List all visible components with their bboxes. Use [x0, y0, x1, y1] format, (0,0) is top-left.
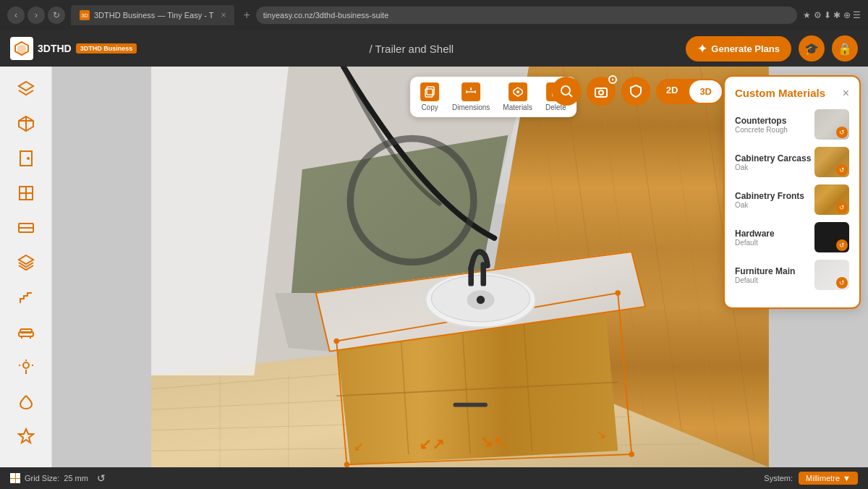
material-info-carcass: Cabinetry Carcass Oak	[735, 153, 814, 171]
svg-point-53	[629, 451, 634, 457]
camera-btn[interactable]	[587, 77, 616, 106]
generate-plans-label: Generate Plans	[711, 43, 780, 54]
svg-point-78	[561, 86, 570, 95]
help-button[interactable]: 🎓	[799, 35, 825, 61]
sidebar-btn-bookmark[interactable]	[11, 421, 41, 451]
header: 3DTHD 3DTHD Business / Trailer and Shell…	[0, 30, 868, 67]
carcass-name: Cabinetry Carcass	[735, 153, 814, 163]
sidebar-btn-cube[interactable]	[11, 109, 41, 139]
main-area: ↙↗ ↘↖ ↙ ↘	[0, 67, 868, 467]
hardware-swatch-container: ↺	[814, 222, 849, 252]
material-carcass[interactable]: Cabinetry Carcass Oak ↺	[735, 147, 849, 177]
sidebar-btn-door[interactable]	[11, 143, 41, 174]
sidebar-btn-layers2[interactable]	[11, 247, 41, 278]
svg-text:↙↗: ↙↗	[419, 435, 445, 452]
forward-btn[interactable]: ›	[27, 7, 45, 24]
header-right: ✦ Generate Plans 🎓 🔒	[686, 35, 858, 61]
logo-icon	[10, 37, 33, 60]
material-fronts[interactable]: Cabinetry Fronts Oak ↺	[735, 184, 849, 215]
sidebar-btn-sofa[interactable]	[11, 317, 41, 347]
dimensions-label: Dimensions	[452, 103, 490, 111]
countertops-swatch-container: ↺	[814, 109, 849, 140]
toolbar-materials[interactable]: Materials	[503, 82, 532, 111]
svg-point-54	[344, 462, 350, 467]
material-furniture[interactable]: Furniture Main Default ↺	[735, 260, 849, 290]
fronts-sub: Oak	[735, 201, 814, 209]
panel-title: Custom Materials	[735, 87, 825, 99]
right-icons: 2D 3D	[552, 77, 723, 106]
grid-size-input[interactable]	[64, 474, 93, 482]
svg-rect-45	[454, 403, 488, 407]
custom-materials-panel: Custom Materials × Countertops Concrete …	[723, 75, 861, 309]
browser-chrome: ‹ › ↻ 3D 3DTHD Business — Tiny Easy - T …	[0, 0, 868, 30]
countertops-reset-btn[interactable]: ↺	[836, 127, 848, 138]
save-button[interactable]: 🔒	[832, 35, 858, 61]
svg-marker-13	[19, 255, 33, 264]
material-hardware[interactable]: Hardware Default ↺	[735, 222, 849, 252]
svg-point-74	[516, 90, 519, 93]
app-container: 3DTHD 3DTHD Business / Trailer and Shell…	[0, 30, 868, 489]
sidebar-btn-window[interactable]	[11, 178, 41, 208]
furniture-reset-btn[interactable]: ↺	[836, 277, 848, 289]
furniture-sub: Default	[735, 276, 814, 284]
hardware-reset-btn[interactable]: ↺	[836, 239, 848, 251]
svg-rect-80	[595, 88, 607, 97]
view-2d-btn[interactable]: 2D	[656, 79, 689, 104]
grid-icon	[10, 473, 20, 483]
star-icon: ✦	[697, 42, 707, 56]
countertops-name: Countertops	[735, 116, 814, 126]
tab-title: 3DTHD Business — Tiny Easy - T	[94, 11, 213, 20]
browser-icons: ★ ⚙ ⬇ ✱ ⊕ ☰	[803, 10, 861, 20]
svg-point-51	[333, 339, 339, 344]
hardware-name: Hardware	[735, 229, 814, 239]
material-info-hardware: Hardware Default	[735, 229, 814, 247]
svg-text:↘↖: ↘↖	[480, 433, 506, 450]
view-3d-btn[interactable]: 3D	[689, 80, 722, 103]
copy-icon	[420, 82, 439, 101]
furniture-name: Furniture Main	[735, 266, 814, 276]
svg-marker-23	[19, 429, 33, 443]
material-info-fronts: Cabinetry Fronts Oak	[735, 191, 814, 209]
sidebar-btn-panel[interactable]	[11, 213, 41, 243]
search-3d-btn[interactable]	[552, 77, 581, 106]
reload-btn[interactable]: ↻	[48, 7, 65, 24]
shield-btn[interactable]	[621, 77, 650, 106]
material-info-countertops: Countertops Concrete Rough	[735, 116, 814, 134]
sidebar-btn-light[interactable]	[11, 352, 41, 382]
svg-rect-15	[20, 329, 32, 333]
unit-selector[interactable]: Millimetre ▼	[799, 472, 858, 485]
tab-close-btn[interactable]: ×	[221, 10, 226, 20]
sidebar	[0, 67, 52, 467]
back-btn[interactable]: ‹	[7, 7, 25, 24]
sidebar-btn-stairs[interactable]	[11, 282, 41, 312]
viewport[interactable]: ↙↗ ↘↖ ↙ ↘	[52, 67, 868, 467]
svg-rect-6	[20, 151, 32, 166]
grid-reset-btn[interactable]: ↺	[97, 472, 106, 484]
svg-marker-2	[19, 82, 33, 90]
material-info-furniture: Furniture Main Default	[735, 266, 814, 284]
logo-text: 3DTHD	[38, 43, 72, 54]
browser-tab[interactable]: 3D 3DTHD Business — Tiny Easy - T ×	[71, 5, 234, 25]
materials-label: Materials	[503, 103, 532, 111]
carcass-swatch-container: ↺	[814, 147, 849, 177]
toolbar-copy[interactable]: Copy	[420, 82, 439, 111]
sidebar-btn-paint[interactable]	[11, 386, 41, 417]
fronts-reset-btn[interactable]: ↺	[836, 202, 848, 213]
svg-text:↙: ↙	[354, 440, 364, 454]
panel-close-btn[interactable]: ×	[843, 88, 849, 99]
new-tab-btn[interactable]: +	[243, 9, 250, 22]
material-countertops[interactable]: Countertops Concrete Rough ↺	[735, 109, 849, 140]
sidebar-btn-layers[interactable]	[11, 74, 41, 104]
url-text: tinyeasy.co.nz/3dthd-business-suite	[263, 11, 388, 20]
header-title: / Trailer and Shell	[144, 43, 678, 55]
copy-label: Copy	[421, 103, 438, 111]
countertops-sub: Concrete Rough	[735, 126, 814, 134]
carcass-reset-btn[interactable]: ↺	[836, 164, 848, 176]
svg-point-52	[615, 290, 621, 296]
generate-plans-button[interactable]: ✦ Generate Plans	[686, 36, 791, 61]
toolbar-dimensions[interactable]: Dimensions	[452, 82, 490, 111]
hardware-sub: Default	[735, 239, 814, 247]
nav-controls: ‹ › ↻	[7, 7, 65, 24]
address-bar[interactable]: tinyeasy.co.nz/3dthd-business-suite	[256, 7, 798, 24]
business-badge: 3DTHD Business	[76, 43, 137, 54]
